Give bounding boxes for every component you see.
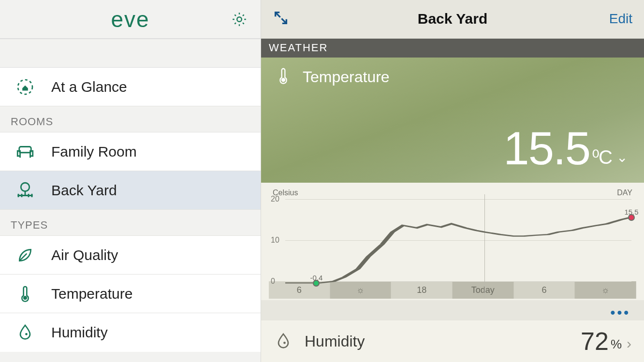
thermometer-icon (14, 282, 37, 305)
temperature-card[interactable]: Temperature 15.5 ⁰C ⌄ (261, 58, 644, 183)
leaf-icon (14, 244, 37, 267)
sidebar-section-rooms: ROOMS (0, 106, 261, 132)
expand-arrows-icon (273, 10, 289, 26)
sun-icon: ☼ (356, 285, 365, 295)
gear-icon (231, 11, 248, 28)
temperature-unit: ⁰C (592, 146, 612, 168)
sofa-icon (14, 140, 37, 163)
sidebar: eve At a Glance ROOMS (0, 0, 261, 362)
sidebar-item-family-room[interactable]: Family Room (0, 132, 261, 171)
settings-button[interactable] (231, 11, 248, 28)
chevron-down-icon[interactable]: ⌄ (616, 149, 627, 165)
more-button[interactable]: ••• (261, 300, 644, 320)
weather-section-header: WEATHER (261, 39, 644, 58)
temperature-chart[interactable]: Celsius DAY 20 10 0 -0.4 15.5 (261, 183, 644, 300)
sidebar-spacer (0, 39, 261, 68)
thermometer-icon (274, 66, 293, 87)
temperature-label: Temperature (303, 68, 390, 86)
timeline-tick: ☼ (330, 281, 392, 299)
sidebar-section-types: TYPES (0, 210, 261, 236)
chart-plot-area: 20 10 0 -0.4 15.5 (285, 199, 631, 281)
sidebar-item-label: Back Yard (51, 182, 117, 199)
temperature-value-wrap: 15.5 ⁰C ⌄ (503, 122, 627, 175)
sun-icon: ☼ (601, 285, 610, 295)
sidebar-item-label: Air Quality (51, 247, 118, 263)
sidebar-item-label: At a Glance (51, 79, 127, 95)
chart-end-dot (628, 214, 635, 221)
ytick: 20 (271, 195, 279, 203)
svg-point-7 (283, 342, 286, 344)
humidity-value: 72 (581, 327, 609, 356)
droplet-icon (274, 332, 293, 351)
ytick: 0 (271, 277, 275, 286)
app-brand: eve (111, 6, 149, 32)
home-target-icon (14, 75, 37, 99)
chart-range-label: DAY (617, 188, 632, 197)
svg-point-4 (24, 296, 26, 299)
sidebar-item-air-quality[interactable]: Air Quality (0, 236, 261, 275)
timeline-tick: Today (453, 281, 514, 299)
main-header: Back Yard Edit (261, 0, 644, 39)
temperature-value: 15.5 (503, 122, 590, 175)
sidebar-item-at-a-glance[interactable]: At a Glance (0, 68, 261, 106)
edit-button[interactable]: Edit (609, 11, 632, 27)
main-panel: Back Yard Edit WEATHER Temperature 15.5 … (261, 0, 644, 362)
svg-rect-2 (19, 146, 31, 152)
sidebar-item-label: Humidity (51, 324, 108, 341)
chart-start-dot (313, 280, 320, 287)
svg-point-6 (282, 79, 285, 82)
svg-point-0 (237, 17, 242, 22)
sidebar-item-label: Temperature (51, 286, 132, 302)
chart-line (285, 199, 631, 281)
svg-point-5 (25, 333, 28, 335)
sidebar-item-humidity[interactable]: Humidity (0, 313, 261, 352)
humidity-label: Humidity (305, 333, 365, 350)
sidebar-header: eve (0, 0, 261, 39)
svg-point-3 (21, 183, 29, 191)
sidebar-item-label: Family Room (51, 144, 137, 160)
sidebar-item-temperature[interactable]: Temperature (0, 275, 261, 313)
timeline-tick: ☼ (575, 281, 636, 299)
tree-fence-icon (14, 179, 37, 202)
humidity-unit: % (611, 337, 622, 352)
droplet-icon (14, 321, 37, 344)
ytick: 10 (271, 236, 279, 245)
page-title: Back Yard (261, 11, 644, 27)
expand-button[interactable] (273, 10, 289, 28)
chevron-right-icon[interactable]: › (627, 335, 631, 352)
timeline-tick: 6 (514, 281, 575, 299)
chart-timeline[interactable]: 6 ☼ 18 Today 6 ☼ (269, 281, 636, 299)
humidity-card[interactable]: Humidity 72 % › (261, 320, 644, 362)
timeline-tick: 6 (269, 281, 330, 299)
timeline-tick: 18 (391, 281, 453, 299)
sidebar-item-back-yard[interactable]: Back Yard (0, 171, 261, 210)
